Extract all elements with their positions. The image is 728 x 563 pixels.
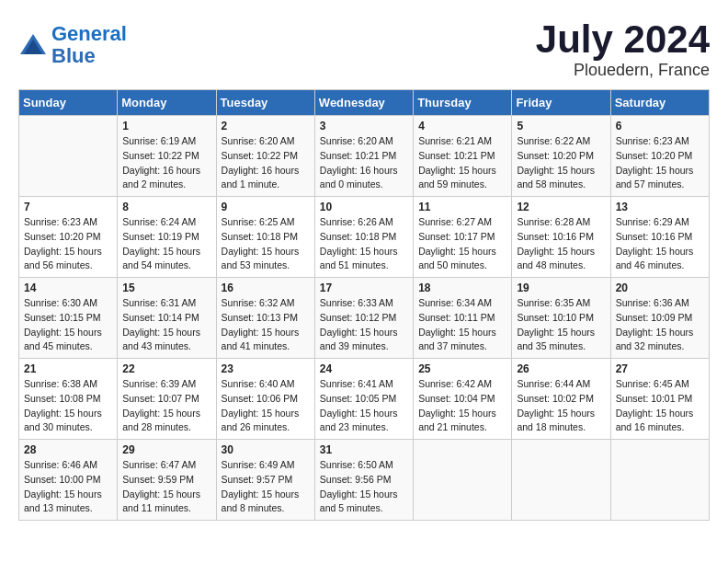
day-info: Sunrise: 6:29 AM Sunset: 10:16 PM Daylig… <box>616 215 704 273</box>
day-number: 9 <box>222 201 310 213</box>
calendar-cell: 18Sunrise: 6:34 AM Sunset: 10:11 PM Dayl… <box>414 278 512 359</box>
day-number: 14 <box>24 282 112 294</box>
day-info: Sunrise: 6:50 AM Sunset: 9:56 PM Dayligh… <box>320 458 408 516</box>
day-number: 4 <box>418 120 506 132</box>
day-info: Sunrise: 6:45 AM Sunset: 10:01 PM Daylig… <box>616 377 704 435</box>
calendar-week-row: 21Sunrise: 6:38 AM Sunset: 10:08 PM Dayl… <box>19 359 710 440</box>
calendar-cell <box>19 116 118 197</box>
day-info: Sunrise: 6:35 AM Sunset: 10:10 PM Daylig… <box>517 296 605 354</box>
day-number: 15 <box>122 282 210 294</box>
calendar-title: July 2024 <box>536 18 710 61</box>
day-info: Sunrise: 6:44 AM Sunset: 10:02 PM Daylig… <box>517 377 605 435</box>
day-number: 12 <box>517 201 605 213</box>
calendar-cell: 8Sunrise: 6:24 AM Sunset: 10:19 PM Dayli… <box>118 197 216 278</box>
day-info: Sunrise: 6:31 AM Sunset: 10:14 PM Daylig… <box>122 296 210 354</box>
day-info: Sunrise: 6:23 AM Sunset: 10:20 PM Daylig… <box>616 134 704 192</box>
day-info: Sunrise: 6:21 AM Sunset: 10:21 PM Daylig… <box>418 134 506 192</box>
calendar-cell: 7Sunrise: 6:23 AM Sunset: 10:20 PM Dayli… <box>19 197 118 278</box>
day-info: Sunrise: 6:24 AM Sunset: 10:19 PM Daylig… <box>122 215 210 273</box>
day-number: 11 <box>418 201 506 213</box>
day-info: Sunrise: 6:20 AM Sunset: 10:21 PM Daylig… <box>320 134 408 192</box>
day-info: Sunrise: 6:32 AM Sunset: 10:13 PM Daylig… <box>222 296 310 354</box>
day-info: Sunrise: 6:36 AM Sunset: 10:09 PM Daylig… <box>616 296 704 354</box>
calendar-cell: 1Sunrise: 6:19 AM Sunset: 10:22 PM Dayli… <box>118 116 216 197</box>
day-number: 1 <box>122 120 210 132</box>
day-number: 2 <box>222 120 310 132</box>
calendar-cell: 22Sunrise: 6:39 AM Sunset: 10:07 PM Dayl… <box>118 359 216 440</box>
day-info: Sunrise: 6:34 AM Sunset: 10:11 PM Daylig… <box>418 296 506 354</box>
calendar-cell: 21Sunrise: 6:38 AM Sunset: 10:08 PM Dayl… <box>19 359 118 440</box>
day-number: 3 <box>320 120 408 132</box>
day-number: 13 <box>616 201 704 213</box>
day-number: 20 <box>616 282 704 294</box>
day-info: Sunrise: 6:49 AM Sunset: 9:57 PM Dayligh… <box>222 458 310 516</box>
day-info: Sunrise: 6:42 AM Sunset: 10:04 PM Daylig… <box>418 377 506 435</box>
calendar-cell <box>610 440 709 521</box>
calendar-cell: 9Sunrise: 6:25 AM Sunset: 10:18 PM Dayli… <box>216 197 314 278</box>
day-info: Sunrise: 6:33 AM Sunset: 10:12 PM Daylig… <box>320 296 408 354</box>
logo-text: General Blue <box>51 23 127 67</box>
calendar-cell: 25Sunrise: 6:42 AM Sunset: 10:04 PM Dayl… <box>414 359 512 440</box>
calendar-cell: 12Sunrise: 6:28 AM Sunset: 10:16 PM Dayl… <box>512 197 610 278</box>
day-number: 8 <box>122 201 210 213</box>
day-info: Sunrise: 6:20 AM Sunset: 10:22 PM Daylig… <box>222 134 310 192</box>
day-number: 24 <box>320 362 408 375</box>
calendar-subtitle: Plouedern, France <box>536 61 710 80</box>
logo-icon <box>18 32 48 58</box>
calendar-cell: 31Sunrise: 6:50 AM Sunset: 9:56 PM Dayli… <box>314 440 413 521</box>
calendar-cell <box>512 440 610 521</box>
page-header: General Blue July 2024 Plouedern, France <box>18 18 710 80</box>
day-info: Sunrise: 6:19 AM Sunset: 10:22 PM Daylig… <box>122 134 210 192</box>
day-info: Sunrise: 6:39 AM Sunset: 10:07 PM Daylig… <box>122 377 210 435</box>
calendar-cell: 6Sunrise: 6:23 AM Sunset: 10:20 PM Dayli… <box>610 116 709 197</box>
calendar-cell: 26Sunrise: 6:44 AM Sunset: 10:02 PM Dayl… <box>512 359 610 440</box>
day-of-week-header: Sunday <box>19 90 118 116</box>
calendar-cell: 4Sunrise: 6:21 AM Sunset: 10:21 PM Dayli… <box>414 116 512 197</box>
day-number: 28 <box>24 443 112 456</box>
calendar-cell: 20Sunrise: 6:36 AM Sunset: 10:09 PM Dayl… <box>610 278 709 359</box>
day-info: Sunrise: 6:47 AM Sunset: 9:59 PM Dayligh… <box>122 458 210 516</box>
day-number: 30 <box>222 443 310 456</box>
day-number: 21 <box>24 362 112 375</box>
day-number: 17 <box>320 282 408 294</box>
day-number: 19 <box>517 282 605 294</box>
day-info: Sunrise: 6:27 AM Sunset: 10:17 PM Daylig… <box>418 215 506 273</box>
day-info: Sunrise: 6:25 AM Sunset: 10:18 PM Daylig… <box>222 215 310 273</box>
day-number: 18 <box>418 282 506 294</box>
calendar-cell: 5Sunrise: 6:22 AM Sunset: 10:20 PM Dayli… <box>512 116 610 197</box>
day-info: Sunrise: 6:40 AM Sunset: 10:06 PM Daylig… <box>222 377 310 435</box>
calendar-cell: 29Sunrise: 6:47 AM Sunset: 9:59 PM Dayli… <box>118 440 216 521</box>
day-number: 23 <box>222 362 310 375</box>
day-info: Sunrise: 6:22 AM Sunset: 10:20 PM Daylig… <box>517 134 605 192</box>
day-info: Sunrise: 6:23 AM Sunset: 10:20 PM Daylig… <box>24 215 112 273</box>
day-info: Sunrise: 6:26 AM Sunset: 10:18 PM Daylig… <box>320 215 408 273</box>
day-of-week-header: Tuesday <box>216 90 314 116</box>
calendar-cell: 11Sunrise: 6:27 AM Sunset: 10:17 PM Dayl… <box>414 197 512 278</box>
calendar-cell: 16Sunrise: 6:32 AM Sunset: 10:13 PM Dayl… <box>216 278 314 359</box>
calendar-cell: 2Sunrise: 6:20 AM Sunset: 10:22 PM Dayli… <box>216 116 314 197</box>
day-of-week-header: Saturday <box>610 90 709 116</box>
day-number: 26 <box>517 362 605 375</box>
day-number: 5 <box>517 120 605 132</box>
day-info: Sunrise: 6:28 AM Sunset: 10:16 PM Daylig… <box>517 215 605 273</box>
day-number: 7 <box>24 201 112 213</box>
calendar-week-row: 1Sunrise: 6:19 AM Sunset: 10:22 PM Dayli… <box>19 116 710 197</box>
day-of-week-header: Monday <box>118 90 216 116</box>
day-info: Sunrise: 6:41 AM Sunset: 10:05 PM Daylig… <box>320 377 408 435</box>
calendar-cell: 27Sunrise: 6:45 AM Sunset: 10:01 PM Dayl… <box>610 359 709 440</box>
calendar-week-row: 28Sunrise: 6:46 AM Sunset: 10:00 PM Dayl… <box>19 440 710 521</box>
day-info: Sunrise: 6:46 AM Sunset: 10:00 PM Daylig… <box>24 458 112 516</box>
calendar-cell: 14Sunrise: 6:30 AM Sunset: 10:15 PM Dayl… <box>19 278 118 359</box>
day-info: Sunrise: 6:38 AM Sunset: 10:08 PM Daylig… <box>24 377 112 435</box>
day-number: 22 <box>122 362 210 375</box>
calendar-week-row: 7Sunrise: 6:23 AM Sunset: 10:20 PM Dayli… <box>19 197 710 278</box>
calendar-cell: 17Sunrise: 6:33 AM Sunset: 10:12 PM Dayl… <box>314 278 413 359</box>
calendar-cell: 28Sunrise: 6:46 AM Sunset: 10:00 PM Dayl… <box>19 440 118 521</box>
day-number: 10 <box>320 201 408 213</box>
day-number: 16 <box>222 282 310 294</box>
calendar-cell: 15Sunrise: 6:31 AM Sunset: 10:14 PM Dayl… <box>118 278 216 359</box>
calendar-cell: 10Sunrise: 6:26 AM Sunset: 10:18 PM Dayl… <box>314 197 413 278</box>
day-number: 29 <box>122 443 210 456</box>
calendar-cell <box>414 440 512 521</box>
logo-line2: Blue <box>51 44 96 67</box>
